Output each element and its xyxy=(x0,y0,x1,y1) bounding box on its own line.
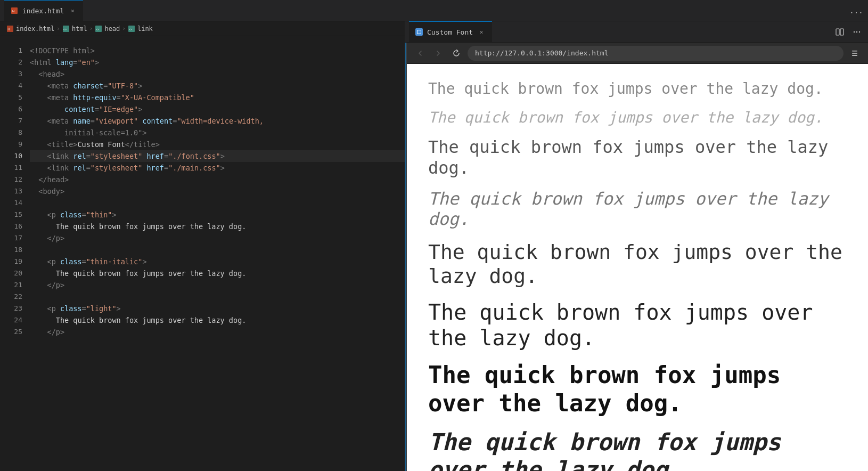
token: <html xyxy=(30,56,52,68)
token: rel xyxy=(69,162,86,174)
token: > xyxy=(117,303,121,314)
code-line-23: <p class="light"> xyxy=(30,303,405,314)
breadcrumb-sep-2: › xyxy=(89,25,93,32)
code-line-1: <!DOCTYPE html> xyxy=(30,45,405,56)
svg-rect-11 xyxy=(840,29,844,35)
browser-top-right xyxy=(833,25,864,39)
token: "thin-italic" xyxy=(86,256,143,267)
token: </p> xyxy=(47,232,65,244)
token: </title> xyxy=(125,139,160,150)
token: <p xyxy=(47,209,56,221)
code-line-4: <meta charset="UTF-8"> xyxy=(30,80,405,92)
token xyxy=(30,326,47,338)
editor-content[interactable]: 1234567891011121314151617181920212223242… xyxy=(0,43,405,471)
token: href xyxy=(142,150,164,162)
code-line-9: <title>Custom Font</title> xyxy=(30,139,405,150)
token: "en" xyxy=(77,56,95,68)
reload-button[interactable] xyxy=(449,46,463,60)
token: > xyxy=(95,56,99,68)
token xyxy=(30,162,47,174)
forward-button[interactable] xyxy=(431,46,445,60)
editor-tab-close[interactable]: × xyxy=(68,6,77,15)
head-tag-icon: <> xyxy=(95,25,102,33)
preview-line-regular: The quick brown fox jumps over the lazy … xyxy=(428,240,847,289)
editor-tab-index-html[interactable]: H index.html × xyxy=(4,0,83,21)
token: > xyxy=(220,162,225,174)
token: <body> xyxy=(30,185,64,197)
token: class xyxy=(56,209,82,221)
token xyxy=(30,256,47,267)
breadcrumb-head[interactable]: <> head xyxy=(95,25,120,33)
line-number-21: 21 xyxy=(0,279,22,291)
token: > xyxy=(138,80,142,92)
token xyxy=(30,209,47,221)
code-line-14 xyxy=(30,197,405,209)
address-bar[interactable]: http://127.0.0.1:3000/index.html xyxy=(468,46,844,61)
second-bar: H index.html › <> html › <> head › <> li… xyxy=(0,21,868,43)
top-bar: H index.html × ... xyxy=(0,0,868,21)
breadcrumb-head-label: head xyxy=(104,25,120,33)
token: <meta xyxy=(47,92,69,103)
token: <!DOCTYPE html> xyxy=(30,45,95,56)
token: "light" xyxy=(86,303,117,314)
svg-text:H: H xyxy=(12,10,14,13)
preview-line-bold-italic: The quick brown fox jumps over the lazy … xyxy=(428,428,847,471)
line-number-16: 16 xyxy=(0,221,22,232)
token: href xyxy=(142,162,164,174)
code-line-19: <p class="thin-italic"> xyxy=(30,256,405,267)
token: > xyxy=(112,209,116,221)
svg-point-12 xyxy=(854,31,855,32)
breadcrumb-index-html[interactable]: H index.html xyxy=(6,25,54,33)
code-line-22 xyxy=(30,291,405,303)
svg-text:<>: <> xyxy=(96,28,99,31)
token xyxy=(30,139,47,150)
line-number-3: 3 xyxy=(0,68,22,80)
preview-line-bold: The quick brown fox jumps over the lazy … xyxy=(428,361,847,418)
html-icon: H xyxy=(11,7,18,14)
token: = xyxy=(82,303,86,314)
code-line-20: The quick brown fox jumps over the lazy … xyxy=(30,267,405,279)
preview-line-light-italic: The quick brown fox jumps over the lazy … xyxy=(428,189,847,230)
breadcrumb-html-label: html xyxy=(72,25,87,33)
browser-favicon-inner xyxy=(417,30,421,34)
back-button[interactable] xyxy=(413,46,427,60)
token: "width=device-width, xyxy=(177,115,264,127)
line-number-23: 23 xyxy=(0,303,22,314)
line-number-14: 14 xyxy=(0,197,22,209)
token: "stylesheet" xyxy=(91,150,143,162)
token: "viewport" xyxy=(95,115,138,127)
line-number-7: 7 xyxy=(0,115,22,127)
top-bar-right: ... xyxy=(849,3,864,18)
browser-menu-button[interactable] xyxy=(848,46,862,60)
breadcrumb-sep-3: › xyxy=(122,25,126,32)
pane-divider[interactable] xyxy=(405,43,407,471)
code-line-10: <link rel="stylesheet" href="./font.css"… xyxy=(30,150,405,162)
code-area[interactable]: <!DOCTYPE html><html lang="en"> <head> <… xyxy=(28,43,405,471)
token: <link xyxy=(47,150,69,162)
preview-line-light: The quick brown fox jumps over the lazy … xyxy=(428,137,847,178)
browser-nav-bar: http://127.0.0.1:3000/index.html xyxy=(407,43,868,64)
code-line-25: </p> xyxy=(30,326,405,338)
more-browser-button[interactable] xyxy=(850,25,864,39)
breadcrumb-html[interactable]: <> html xyxy=(62,25,87,33)
token: lang xyxy=(52,56,73,68)
token: = xyxy=(82,256,86,267)
breadcrumb-sep-1: › xyxy=(56,25,60,32)
token: "IE=edge" xyxy=(99,103,138,115)
token: = xyxy=(82,209,86,221)
line-number-19: 19 xyxy=(0,256,22,267)
code-line-6: content="IE=edge"> xyxy=(30,103,405,115)
breadcrumb-link[interactable]: <> link xyxy=(128,25,153,33)
more-actions-button[interactable]: ... xyxy=(849,3,864,18)
browser-tab-close[interactable]: × xyxy=(477,28,486,36)
code-line-13: <body> xyxy=(30,185,405,197)
main-layout: 1234567891011121314151617181920212223242… xyxy=(0,43,868,471)
line-number-18: 18 xyxy=(0,244,22,256)
breadcrumb-link-label: link xyxy=(137,25,153,33)
token: "./main.css" xyxy=(168,162,220,174)
token: class xyxy=(56,303,82,314)
split-editor-button[interactable] xyxy=(833,25,847,39)
token xyxy=(30,115,47,127)
browser-tab[interactable]: Custom Font × xyxy=(409,21,492,42)
browser-content: The quick brown fox jumps over the lazy … xyxy=(407,64,868,471)
